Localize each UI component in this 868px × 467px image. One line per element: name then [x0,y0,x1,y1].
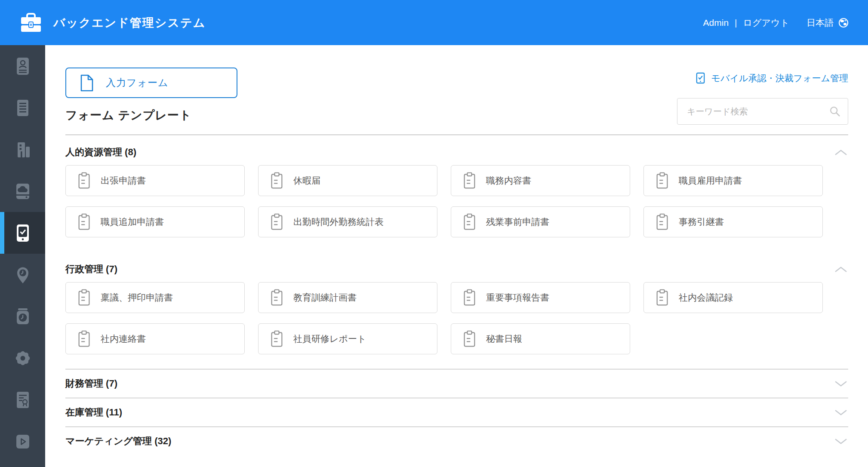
chevron-down-icon [834,409,847,416]
building-icon [12,139,33,160]
template-card[interactable]: 社内会議記録 [643,282,823,313]
template-card-label: 出勤時間外勤務統計表 [293,216,384,228]
section-collapsed[interactable]: 在庫管理 (11) [65,398,848,427]
chevron-down-icon [834,380,847,387]
mobile-approval-label: モバイル承認・決裁フォーム管理 [711,72,848,84]
sidebar-item-document[interactable] [0,87,45,129]
template-card-label: 社員研修レポート [293,333,366,345]
document-icon [12,98,33,118]
sidebar-item-drive-cloud[interactable] [0,170,45,212]
section-collapsed[interactable]: 財務管理 (7) [65,369,848,398]
logout-link[interactable]: ログアウト [743,17,789,29]
location-clock-icon [12,264,33,285]
template-card[interactable]: 事務引継書 [643,206,823,237]
template-card[interactable]: 職員追加申請書 [65,206,245,237]
template-card[interactable]: 重要事項報告書 [451,282,630,313]
input-form-button[interactable]: 入力フォーム [65,68,237,98]
header-user-area: Admin | ログアウト 日本語 [703,17,849,29]
globe-icon [838,17,849,28]
template-card-label: 出張申請書 [101,175,146,187]
sections: 人的資源管理 (8)出張申請書休暇届職務内容書職員雇用申請書職員追加申請書出勤時… [65,135,848,455]
id-card-icon [12,56,33,77]
search-icon[interactable] [829,105,841,117]
sidebar-item-gear[interactable] [0,337,45,379]
sidebar-item-alarm-clock[interactable] [0,295,45,337]
file-icon [79,74,95,92]
title-row: フォーム テンプレート [65,98,848,125]
template-card[interactable]: 残業事前申請書 [451,206,630,237]
template-card[interactable]: 出張申請書 [65,165,245,196]
mobile-approval-link[interactable]: モバイル承認・決裁フォーム管理 [694,72,848,84]
drive-cloud-icon [12,181,33,202]
app-title: バックエンド管理システム [53,15,206,31]
toolbar: 入力フォーム モバイル承認・決裁フォーム管理 [65,68,848,98]
sidebar [0,45,45,467]
gear-icon [12,348,33,369]
clipboard-icon [655,289,669,307]
template-card[interactable]: 社内連絡書 [65,323,245,354]
template-card[interactable]: 出勤時間外勤務統計表 [258,206,437,237]
chevron-up-icon [834,266,847,273]
template-card[interactable]: 教育訓練計画書 [258,282,437,313]
separator: | [735,18,737,28]
chevron-down-icon [834,438,847,445]
briefcase-icon [20,12,42,33]
template-card-label: 職務内容書 [486,175,531,187]
clipboard-icon [77,289,91,307]
sidebar-item-building[interactable] [0,129,45,170]
language-switcher[interactable]: 日本語 [806,17,849,29]
section-header: 人的資源管理 (8) [65,144,848,161]
clipboard-icon [655,172,669,190]
section-title: 人的資源管理 (8) [65,146,136,159]
mobile-approval-icon [694,72,707,84]
sidebar-item-certificate[interactable] [0,379,45,421]
template-card-label: 休暇届 [293,175,320,187]
section-title: マーケティング管理 (32) [65,435,171,448]
sidebar-item-id-card[interactable] [0,45,45,87]
section-collapsed[interactable]: マーケティング管理 (32) [65,427,848,455]
template-card[interactable]: 秘書日報 [451,323,630,354]
clipboard-icon [77,213,91,231]
template-card-label: 職員雇用申請書 [679,175,742,187]
template-card[interactable]: 職務内容書 [451,165,630,196]
clipboard-icon [270,289,284,307]
sidebar-item-play[interactable] [0,421,45,462]
certificate-icon [12,390,33,410]
user-name: Admin [703,18,729,28]
template-card[interactable]: 職員雇用申請書 [643,165,823,196]
template-card-label: 社内連絡書 [101,333,146,345]
section-title: 財務管理 (7) [65,377,117,390]
expand-section-button[interactable] [834,436,848,447]
app-header: バックエンド管理システム Admin | ログアウト 日本語 [0,0,868,45]
template-card-label: 事務引継書 [679,216,724,228]
clipboard-icon [462,172,477,190]
section-expanded: 行政管理 (7)稟議、押印申請書教育訓練計画書重要事項報告書社内会議記録社内連絡… [65,252,848,354]
expand-section-button[interactable] [834,378,848,389]
clipboard-icon [270,172,284,190]
template-card[interactable]: 休暇届 [258,165,437,196]
clipboard-icon [270,330,284,348]
clipboard-icon [77,330,91,348]
template-card[interactable]: 稟議、押印申請書 [65,282,245,313]
collapse-section-button[interactable] [834,264,848,275]
chevron-up-icon [834,149,847,156]
template-card[interactable]: 社員研修レポート [258,323,437,354]
clipboard-icon [655,213,669,231]
template-card-label: 残業事前申請書 [486,216,549,228]
template-card-grid: 出張申請書休暇届職務内容書職員雇用申請書職員追加申請書出勤時間外勤務統計表残業事… [65,165,823,237]
sidebar-item-tablet-check[interactable] [0,212,45,254]
tablet-check-icon [12,223,33,243]
template-card-label: 社内会議記録 [679,292,733,304]
sidebar-item-location-clock[interactable] [0,254,45,295]
clipboard-icon [77,172,91,190]
search-input[interactable] [686,106,829,117]
collapse-section-button[interactable] [834,147,848,158]
section-header: 行政管理 (7) [65,261,848,278]
section-title: 在庫管理 (11) [65,406,122,419]
play-icon [12,431,33,452]
template-card-label: 稟議、押印申請書 [101,292,173,304]
clipboard-icon [462,213,477,231]
expand-section-button[interactable] [834,407,848,418]
input-form-label: 入力フォーム [106,76,169,89]
section-title: 行政管理 (7) [65,263,117,276]
